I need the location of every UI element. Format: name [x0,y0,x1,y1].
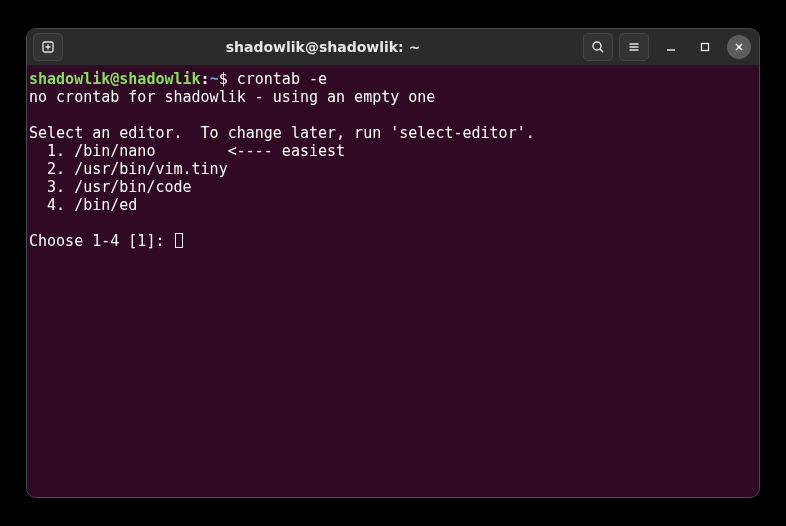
output-line: Select an editor. To change later, run '… [29,124,535,142]
maximize-icon [700,42,710,52]
text-cursor [175,233,183,248]
svg-line-4 [600,49,603,52]
choose-prompt: Choose 1-4 [1]: [29,232,174,250]
output-line: 3. /usr/bin/code [29,178,192,196]
maximize-button[interactable] [693,35,717,59]
window-title: shadowlik@shadowlik: ~ [69,39,577,55]
svg-point-3 [593,42,601,50]
minimize-icon [666,42,676,52]
search-icon [591,40,605,54]
output-line: no crontab for shadowlik - using an empt… [29,88,435,106]
output-line: 1. /bin/nano <---- easiest [29,142,345,160]
prompt-path: ~ [210,70,219,88]
hamburger-icon [627,40,641,54]
search-button[interactable] [583,33,613,61]
close-icon [734,42,744,52]
close-button[interactable] [727,35,751,59]
new-tab-icon [41,40,55,54]
terminal-window: shadowlik@shadowlik: ~ [26,28,760,498]
titlebar: shadowlik@shadowlik: ~ [27,29,759,66]
new-tab-button[interactable] [33,33,63,61]
prompt-colon: : [201,70,210,88]
minimize-button[interactable] [659,35,683,59]
svg-rect-9 [702,44,709,51]
output-line: 2. /usr/bin/vim.tiny [29,160,228,178]
menu-button[interactable] [619,33,649,61]
terminal-body[interactable]: shadowlik@shadowlik:~$ crontab -e no cro… [27,66,759,497]
prompt-user: shadowlik@shadowlik [29,70,201,88]
output-line: 4. /bin/ed [29,196,137,214]
prompt-dollar: $ [219,70,228,88]
command-text: crontab -e [237,70,327,88]
